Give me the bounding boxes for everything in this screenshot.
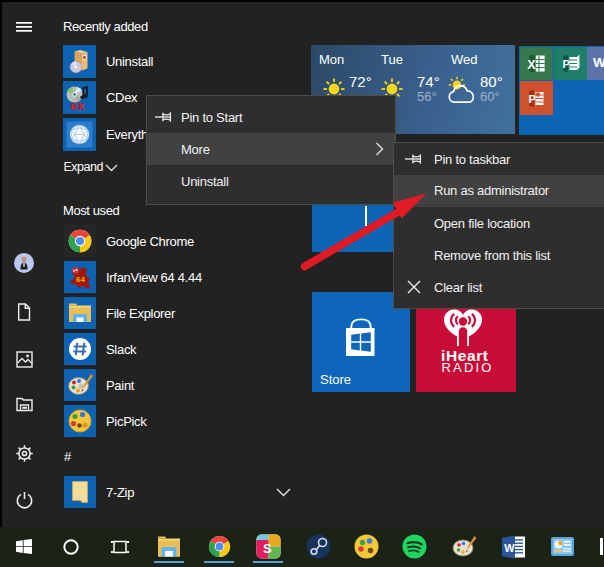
- svg-text:64: 64: [76, 275, 85, 284]
- svg-text:ex: ex: [70, 98, 86, 113]
- svg-text:P: P: [529, 93, 536, 105]
- svg-text:X: X: [527, 58, 536, 72]
- svg-text:S: S: [263, 541, 272, 556]
- svg-text:W: W: [504, 542, 515, 554]
- svg-text:P: P: [562, 58, 569, 70]
